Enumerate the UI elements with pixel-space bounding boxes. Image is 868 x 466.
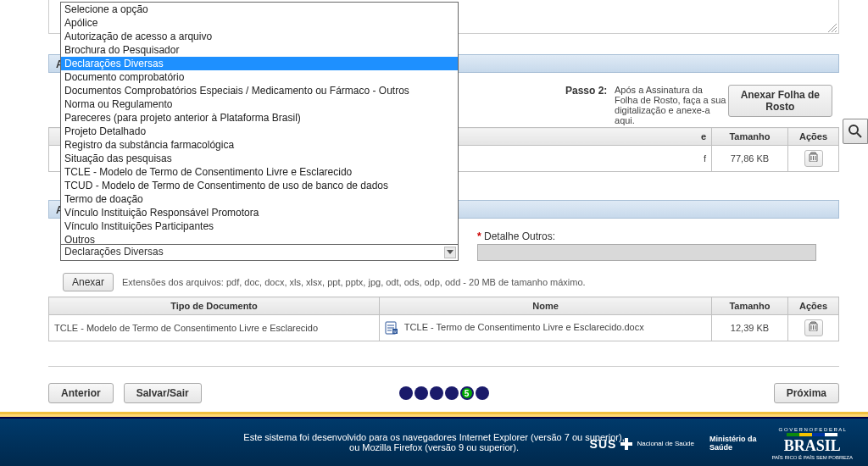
detalhe-outros-input[interactable] <box>477 244 816 261</box>
svg-rect-5 <box>620 442 632 446</box>
select-value: Declarações Diversas <box>64 246 164 258</box>
dropdown-option[interactable]: Documentos Comprobatórios Especiais / Me… <box>61 84 458 97</box>
tipo-documento-dropdown-list[interactable]: Selecione a opçãoApóliceAutorização de a… <box>60 2 459 247</box>
anexar-button[interactable]: Anexar <box>63 273 114 291</box>
dropdown-option[interactable]: Pareceres (para projeto anterior à Plata… <box>61 111 458 125</box>
step-1[interactable] <box>399 386 413 400</box>
step-3[interactable] <box>430 386 443 400</box>
dropdown-option[interactable]: Norma ou Regulamento <box>61 97 458 111</box>
delete-button[interactable] <box>804 319 823 336</box>
step-indicator: 5 <box>399 386 489 400</box>
detalhe-outros-label: * Detalhe Outros: <box>477 230 555 242</box>
dropdown-option[interactable]: Vínculo Instituição Responsável Promotor… <box>61 206 458 219</box>
file-size-cell: 77,86 KB <box>712 146 788 172</box>
ministerio-saude-logo: Ministério da Saúde <box>709 435 757 452</box>
doc-tipo-cell: TCLE - Modelo de Termo de Consentimento … <box>49 315 380 341</box>
anexar-hint: Extensões dos arquivos: pdf, doc, docx, … <box>122 277 586 287</box>
step-6[interactable] <box>476 386 489 400</box>
table-header-row: Tipo de Documento Nome Tamanho Ações <box>49 297 839 315</box>
dropdown-option[interactable]: Termo de doação <box>61 192 458 206</box>
svg-text:W: W <box>393 330 397 334</box>
anexar-folha-rosto-button[interactable]: Anexar Folha de Rosto <box>728 85 832 117</box>
dropdown-option[interactable]: Declarações Diversas <box>61 57 458 70</box>
magnifier-icon <box>848 124 863 139</box>
dropdown-option[interactable]: Registro da substância farmacológica <box>61 138 458 152</box>
svg-point-3 <box>849 125 858 134</box>
dropdown-option[interactable]: Autorização de acesso a arquivo <box>61 30 458 43</box>
col-nome-header: Nome <box>380 297 712 315</box>
trash-icon <box>809 321 818 331</box>
passo2-text: Após a Assinatura da Folha de Rosto, faç… <box>608 85 728 125</box>
doc-size-cell: 12,39 KB <box>712 315 788 341</box>
sus-logo: SUS Nacional de Saúde <box>590 437 694 451</box>
zoom-button[interactable] <box>843 119 868 144</box>
col-acoes-header: Ações <box>788 128 839 146</box>
anterior-button[interactable]: Anterior <box>48 383 114 403</box>
delete-button[interactable] <box>804 150 823 167</box>
step-4[interactable] <box>445 386 459 400</box>
footer: Este sistema foi desenvolvido para os na… <box>0 419 868 466</box>
passo2-label: Passo 2: <box>565 85 608 97</box>
docx-icon: W <box>385 321 398 335</box>
footer-stripe <box>0 412 868 419</box>
col-tipo-header: Tipo de Documento <box>49 297 380 315</box>
brasil-logo: G O V E R N O F E D E R A L BRASIL PAÍS … <box>772 427 853 460</box>
chevron-down-icon <box>444 247 456 258</box>
table-row: TCLE - Modelo de Termo de Consentimento … <box>49 315 839 341</box>
proxima-button[interactable]: Próxima <box>774 383 839 403</box>
col-acoes-header: Ações <box>788 297 839 315</box>
resize-handle-icon[interactable] <box>828 23 837 31</box>
dropdown-option[interactable]: Selecione a opção <box>61 3 458 16</box>
dropdown-option[interactable]: Situação das pesquisas <box>61 152 458 165</box>
dropdown-option[interactable]: Brochura do Pesquisador <box>61 43 458 57</box>
doc-nome-cell: W TCLE - Termo de Consentimento Livre e … <box>380 315 712 341</box>
salvar-sair-button[interactable]: Salvar/Sair <box>124 383 202 403</box>
dropdown-option[interactable]: Vínculo Instituições Participantes <box>61 219 458 233</box>
trash-icon <box>809 152 818 162</box>
documentos-table: Tipo de Documento Nome Tamanho Ações TCL… <box>48 297 839 341</box>
col-tamanho-header: Tamanho <box>712 297 788 315</box>
col-tamanho-header: Tamanho <box>712 128 788 146</box>
dropdown-option[interactable]: TCUD - Modelo de Termo de Consentimento … <box>61 179 458 192</box>
plus-icon <box>620 437 633 451</box>
tipo-documento-select[interactable]: Declarações Diversas <box>60 244 459 261</box>
step-5-active[interactable]: 5 <box>460 386 474 400</box>
dropdown-option[interactable]: Projeto Detalhado <box>61 125 458 138</box>
dropdown-option[interactable]: Apólice <box>61 16 458 30</box>
dropdown-option[interactable]: Documento comprobatório <box>61 70 458 84</box>
footer-text: Este sistema foi desenvolvido para os na… <box>243 432 624 452</box>
dropdown-option[interactable]: TCLE - Modelo de Termo de Consentimento … <box>61 165 458 179</box>
step-2[interactable] <box>415 386 428 400</box>
